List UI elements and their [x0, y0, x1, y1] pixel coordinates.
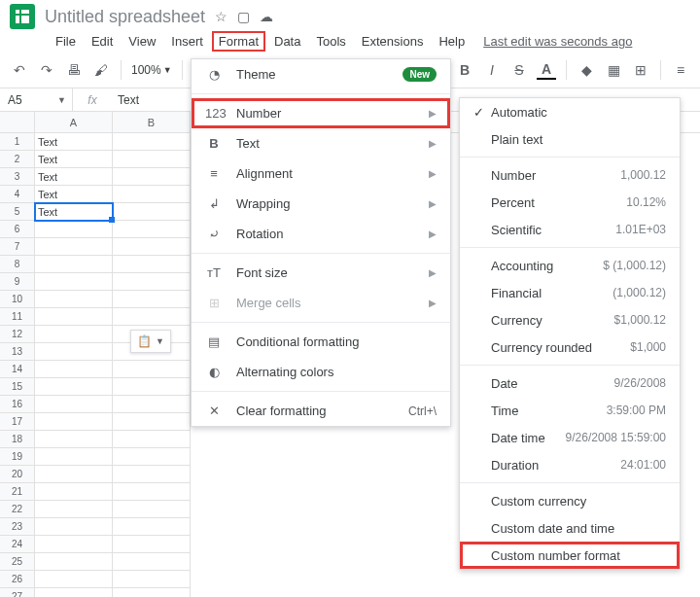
row-header[interactable]: 27 — [0, 588, 35, 597]
number-automatic[interactable]: ✓ Automatic — [460, 98, 680, 125]
number-time[interactable]: Time3:59:00 PM — [460, 397, 680, 424]
cell[interactable] — [113, 588, 191, 597]
cell[interactable] — [35, 553, 113, 571]
cell[interactable] — [35, 396, 113, 413]
cell[interactable] — [113, 291, 191, 308]
row-header[interactable]: 22 — [0, 501, 35, 518]
number-datetime[interactable]: Date time9/26/2008 15:59:00 — [460, 424, 680, 451]
menu-format[interactable]: Format — [212, 31, 265, 52]
menu-view[interactable]: View — [122, 31, 162, 52]
cell[interactable] — [35, 518, 113, 536]
row-header[interactable]: 1 — [0, 133, 35, 151]
cell[interactable] — [35, 256, 113, 273]
name-box[interactable]: A5▼ — [0, 88, 73, 111]
row-header[interactable]: 13 — [0, 343, 35, 361]
menu-edit[interactable]: Edit — [85, 31, 120, 52]
menu-extensions[interactable]: Extensions — [355, 31, 431, 52]
row-header[interactable]: 25 — [0, 553, 35, 571]
bold-button[interactable]: B — [455, 60, 474, 80]
cell[interactable] — [35, 536, 113, 553]
zoom-selector[interactable]: 100%▼ — [131, 63, 172, 77]
cell[interactable] — [35, 448, 113, 466]
cell[interactable] — [35, 571, 113, 588]
undo-icon[interactable]: ↶ — [10, 60, 29, 80]
menu-wrapping[interactable]: ↲ Wrapping ▶ — [192, 189, 450, 219]
select-all-corner[interactable] — [0, 112, 35, 132]
number-financial[interactable]: Financial(1,000.12) — [460, 279, 680, 306]
merge-icon[interactable]: ⊞ — [631, 60, 650, 80]
cell[interactable]: Text — [35, 133, 113, 151]
cell[interactable] — [35, 413, 113, 431]
row-header[interactable]: 26 — [0, 571, 35, 588]
cell[interactable] — [35, 308, 113, 326]
text-color-button[interactable]: A — [537, 60, 556, 80]
fill-color-icon[interactable]: ◆ — [577, 60, 596, 80]
number-custom-datetime[interactable]: Custom date and time — [460, 514, 680, 542]
menu-alternating-colors[interactable]: ◐ Alternating colors — [192, 357, 450, 387]
cell[interactable] — [113, 203, 191, 221]
cell[interactable] — [113, 536, 191, 553]
cell[interactable] — [113, 431, 191, 448]
number-percent[interactable]: Percent10.12% — [460, 189, 680, 216]
cell[interactable] — [113, 308, 191, 326]
cell[interactable] — [113, 361, 191, 378]
redo-icon[interactable]: ↷ — [37, 60, 56, 80]
menu-alignment[interactable]: ≡ Alignment ▶ — [192, 158, 450, 189]
cell[interactable] — [35, 273, 113, 291]
row-header[interactable]: 24 — [0, 536, 35, 553]
strike-button[interactable]: S — [509, 60, 529, 80]
number-plain-text[interactable]: Plain text — [460, 125, 680, 153]
row-header[interactable]: 11 — [0, 308, 35, 326]
paste-options[interactable]: 📋 ▼ — [130, 330, 171, 353]
row-header[interactable]: 6 — [0, 221, 35, 238]
cell[interactable] — [113, 168, 191, 186]
row-header[interactable]: 19 — [0, 448, 35, 466]
doc-title[interactable]: Untitled spreadsheet — [45, 7, 205, 27]
cell[interactable] — [35, 588, 113, 597]
menu-tools[interactable]: Tools — [309, 31, 352, 52]
cell[interactable] — [113, 571, 191, 588]
row-header[interactable]: 15 — [0, 378, 35, 396]
number-date[interactable]: Date9/26/2008 — [460, 369, 680, 397]
cell[interactable] — [113, 518, 191, 536]
row-header[interactable]: 17 — [0, 413, 35, 431]
cell[interactable] — [113, 448, 191, 466]
menu-theme[interactable]: ◔ Theme New — [192, 59, 450, 89]
col-header-b[interactable]: B — [113, 112, 191, 132]
number-custom-number-format[interactable]: Custom number format — [460, 542, 680, 569]
star-icon[interactable]: ☆ — [215, 9, 228, 24]
cell[interactable] — [113, 466, 191, 483]
menu-help[interactable]: Help — [432, 31, 472, 52]
menu-clear-formatting[interactable]: ✕ Clear formatting Ctrl+\ — [192, 396, 450, 426]
menu-text[interactable]: B Text ▶ — [192, 128, 450, 158]
cell[interactable] — [35, 378, 113, 396]
align-icon[interactable]: ≡ — [671, 60, 690, 80]
cell[interactable] — [35, 238, 113, 256]
row-header[interactable]: 18 — [0, 431, 35, 448]
cell[interactable]: Text — [35, 151, 113, 168]
row-header[interactable]: 9 — [0, 273, 35, 291]
cell[interactable]: Text — [35, 168, 113, 186]
borders-icon[interactable]: ▦ — [604, 60, 623, 80]
cell[interactable] — [113, 186, 191, 203]
menu-fontsize[interactable]: тT Font size ▶ — [192, 258, 450, 288]
number-number[interactable]: Number1,000.12 — [460, 161, 680, 189]
move-icon[interactable]: ▢ — [237, 9, 250, 24]
number-duration[interactable]: Duration24:01:00 — [460, 451, 680, 478]
cell[interactable] — [113, 413, 191, 431]
cell[interactable] — [113, 396, 191, 413]
cell[interactable] — [113, 501, 191, 518]
cell[interactable] — [113, 256, 191, 273]
row-header[interactable]: 3 — [0, 168, 35, 186]
cell[interactable] — [113, 151, 191, 168]
row-header[interactable]: 4 — [0, 186, 35, 203]
row-header[interactable]: 23 — [0, 518, 35, 536]
col-header-a[interactable]: A — [35, 112, 113, 132]
number-currency-rounded[interactable]: Currency rounded$1,000 — [460, 334, 680, 361]
cell[interactable] — [35, 343, 113, 361]
number-accounting[interactable]: Accounting$ (1,000.12) — [460, 252, 680, 279]
cell[interactable]: Text — [35, 186, 113, 203]
menu-insert[interactable]: Insert — [164, 31, 210, 52]
row-header[interactable]: 10 — [0, 291, 35, 308]
number-scientific[interactable]: Scientific1.01E+03 — [460, 216, 680, 243]
